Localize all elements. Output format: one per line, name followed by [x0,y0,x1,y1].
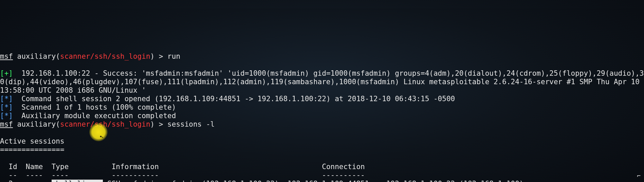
prompt-close: ) > [150,120,168,128]
prompt-msf: msf [0,120,13,128]
corner-glyph-icon: ⌐ [637,171,641,180]
prompt-module: scanner/ssh/ssh_login [60,120,150,128]
prompt-aux: auxiliary( [13,52,60,60]
sessions-header: Id Name Type Information Connection [0,163,365,171]
output-session-open: Command shell session 2 opened (192.168.… [13,95,455,103]
prompt-close: ) > [150,52,168,60]
prompt-module: scanner/ssh/ssh_login [60,52,150,60]
output-aux-done: Auxiliary module execution completed [13,112,176,120]
prompt-msf: msf [0,52,13,60]
sessions-title: Active sessions [0,137,65,145]
output-success: 192.168.1.100:22 - Success: 'msfadmin:ms… [0,69,644,94]
status-star-icon: [*] [0,103,13,111]
sessions-rule: =============== [0,146,65,154]
command-sessions: sessions -l [167,120,215,128]
status-plus-icon: [+] [0,69,13,77]
session-row-info: SSH msfadmin:msfadmin (192.168.1.100:22)… [103,180,523,182]
terminal-output[interactable]: msf auxiliary(scanner/ssh/ssh_login) > r… [0,42,644,182]
status-star-icon: [*] [0,95,13,103]
sessions-header-underline: -- ---- ---- ----------- ---------- [0,171,365,179]
status-star-icon: [*] [0,112,13,120]
selection-trailing [99,180,103,182]
command-run: run [167,52,180,60]
prompt-aux: auxiliary( [13,120,60,128]
session-row-type-selected[interactable]: shell linux [52,180,99,182]
output-scanned: Scanned 1 of 1 hosts (100% complete) [13,103,176,111]
session-row-id: 2 [0,180,52,182]
